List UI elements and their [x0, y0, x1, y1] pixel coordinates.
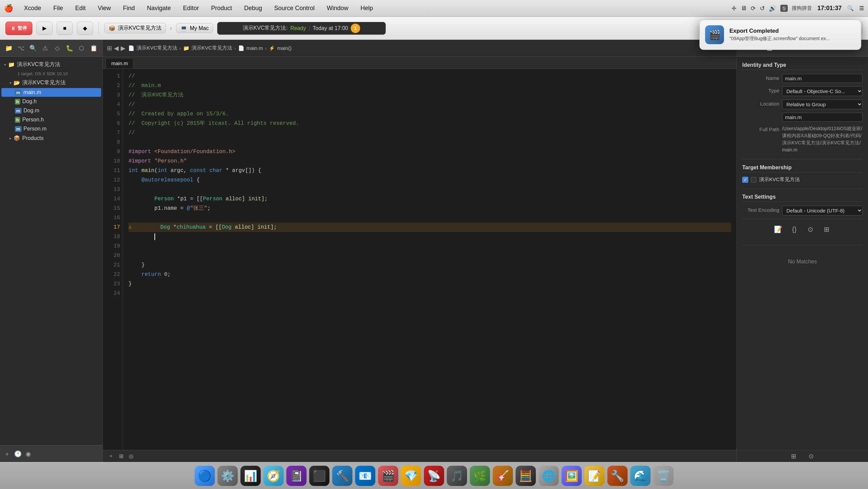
report-icon[interactable]: 📋	[88, 42, 100, 54]
text-icon2[interactable]: {}	[788, 223, 801, 235]
code-content[interactable]: // // main.m // 演示KVC常见方法 // // Created …	[123, 69, 736, 450]
breadcrumb-part2[interactable]: 演示KVC常见方法	[192, 45, 232, 51]
sidebar-item-person-h[interactable]: h Person.h	[1, 115, 101, 124]
play-button[interactable]: ▶	[36, 22, 53, 35]
right-bottom-icon1[interactable]: ⊞	[788, 450, 800, 462]
filter-bottom-btn[interactable]: ⊞	[119, 453, 123, 459]
screen-icon[interactable]: 🖥	[741, 5, 747, 12]
dock-preview[interactable]: 🖼️	[561, 466, 582, 486]
debug-icon[interactable]: 🐛	[63, 42, 76, 54]
add-bottom-btn[interactable]: ＋	[108, 453, 114, 460]
menu-source-control[interactable]: Source Control	[271, 3, 317, 13]
target-checkbox[interactable]: ✓	[742, 177, 748, 183]
menu-xcode[interactable]: Xcode	[21, 3, 44, 13]
grid-view-btn[interactable]: ⊞	[107, 45, 112, 52]
name-input[interactable]	[782, 74, 863, 83]
breakpoint-button[interactable]: ◆	[77, 22, 93, 35]
sidebar-item-products[interactable]: ▸ 📦 Products	[1, 134, 101, 143]
dock-onenote[interactable]: 📓	[286, 466, 307, 486]
dock-outlook[interactable]: 📧	[355, 466, 375, 486]
filename-input[interactable]	[782, 113, 863, 122]
menu-file[interactable]: File	[51, 3, 66, 13]
menu-view[interactable]: View	[95, 3, 114, 13]
nav-back-btn[interactable]: ◀	[114, 45, 119, 52]
clock-icon[interactable]: 🕐	[14, 450, 22, 458]
sidebar-item-project[interactable]: ▾ 📁 演示KVC常见方法	[1, 60, 101, 69]
menu-window[interactable]: Window	[324, 3, 351, 13]
warning-badge[interactable]: 1	[351, 24, 360, 33]
text-icon4[interactable]: ⊞	[821, 223, 833, 235]
dock-app3[interactable]: 🌊	[630, 466, 650, 486]
notification-popup[interactable]: 🎬 Export Completed "09App管理Bug修正.screenf…	[699, 20, 861, 50]
breadcrumb-part3[interactable]: main.m	[247, 45, 263, 51]
stop-button[interactable]: ⏸ 暂停	[5, 22, 32, 35]
breadcrumb-part4[interactable]: main()	[277, 45, 292, 51]
search-sidebar-icon[interactable]: 🔍	[27, 42, 39, 54]
dock-safari[interactable]: 🧭	[263, 466, 284, 486]
test-icon[interactable]: ◇	[51, 42, 63, 54]
dock-xcode[interactable]: 🔨	[332, 466, 352, 486]
dock-calculator[interactable]: 🧮	[516, 466, 536, 486]
sidebar-item-person-m[interactable]: m Person.m	[1, 124, 101, 133]
add-file-button[interactable]: ＋	[4, 450, 10, 458]
scheme-selector[interactable]: 📦 演示KVC常见方法	[104, 23, 166, 33]
volume-icon[interactable]: 🔊	[769, 5, 776, 12]
dock-system-prefs[interactable]: ⚙️	[218, 466, 238, 486]
menu-find[interactable]: Find	[120, 3, 138, 13]
apple-menu[interactable]: 🍎	[4, 4, 13, 13]
arrow-right-icon: ›	[170, 25, 172, 32]
dock-app2[interactable]: 🔧	[607, 466, 628, 486]
rotate-icon[interactable]: ⟳	[751, 5, 756, 12]
line-num-13: 13	[103, 185, 120, 194]
menu-editor[interactable]: Editor	[180, 3, 202, 13]
dock-activity-monitor[interactable]: 📊	[240, 466, 261, 486]
breadcrumb: 📄 演示KVC常见方法 › 📁 演示KVC常见方法 › 📄 main.m › ⚡…	[128, 45, 291, 51]
code-line-18[interactable]	[128, 232, 731, 241]
dock-music[interactable]: 🎵	[447, 466, 467, 486]
filter-icon[interactable]: ◉	[26, 450, 31, 458]
breadcrumb-part1[interactable]: 演示KVC常见方法	[137, 45, 177, 51]
text-icon3[interactable]: ⊙	[805, 223, 817, 235]
menu-debug[interactable]: Debug	[241, 3, 265, 13]
menu-help[interactable]: Help	[358, 3, 376, 13]
menu-edit[interactable]: Edit	[73, 3, 88, 13]
dock-browser[interactable]: 🌐	[539, 466, 559, 486]
grid-bottom-btn[interactable]: ◎	[129, 453, 134, 459]
tab-main-m[interactable]: main.m	[106, 58, 134, 68]
dock-screenflow[interactable]: 🎬	[378, 466, 398, 486]
dock-instruments[interactable]: 🎸	[493, 466, 513, 486]
breakpoints-icon[interactable]: ⬡	[76, 42, 88, 54]
list-icon[interactable]: ☰	[859, 5, 864, 11]
device-selector[interactable]: 💻 My Mac	[176, 23, 213, 33]
rewind-icon[interactable]: ↺	[760, 5, 765, 12]
menu-navigate[interactable]: Navigate	[144, 3, 174, 13]
search-icon[interactable]: 🔍	[847, 5, 854, 11]
code-line-2: // main.m	[128, 81, 731, 90]
text-icon1[interactable]: 📝	[772, 223, 784, 235]
sidebar-item-dog-m[interactable]: m Dog.m	[1, 106, 101, 115]
dock-trash[interactable]: 🗑️	[653, 466, 673, 486]
type-select[interactable]: Default - Objective-C So...	[782, 86, 863, 96]
right-bottom-icon2[interactable]: ⊙	[805, 450, 817, 462]
dock-notes[interactable]: 📝	[584, 466, 605, 486]
location-select[interactable]: Relative to Group	[782, 99, 863, 109]
dock-terminal[interactable]: ⬛	[309, 466, 329, 486]
source-control-icon[interactable]: ⌥	[15, 42, 27, 54]
sidebar-item-group[interactable]: ▾ 📂 演示KVC常见方法	[1, 78, 101, 88]
folder-icon[interactable]: 📁	[3, 42, 15, 54]
target-color	[751, 177, 756, 182]
dock-finder[interactable]: 🔵	[195, 466, 215, 486]
plus-icon[interactable]: ✛	[731, 5, 736, 12]
sidebar-item-main-m[interactable]: m main.m	[1, 88, 101, 97]
encoding-select[interactable]: Default - Unicode (UTF-8)	[782, 206, 863, 215]
code-editor[interactable]: 1 2 3 4 5 6 7 8 9 10 11 12 13 14 15 16 1…	[103, 69, 736, 450]
menu-product[interactable]: Product	[208, 3, 235, 13]
dock-app1[interactable]: 🌿	[470, 466, 490, 486]
stop-square-button[interactable]: ■	[57, 22, 73, 35]
warning-sidebar-icon[interactable]: ⚠	[39, 42, 51, 54]
sidebar-item-dog-h[interactable]: h Dog.h	[1, 97, 101, 106]
nav-forward-btn[interactable]: ▶	[121, 45, 125, 52]
input-method-icon[interactable]: S	[780, 5, 788, 12]
dock-filezilla[interactable]: 📡	[424, 466, 444, 486]
dock-sketch[interactable]: 💎	[401, 466, 421, 486]
